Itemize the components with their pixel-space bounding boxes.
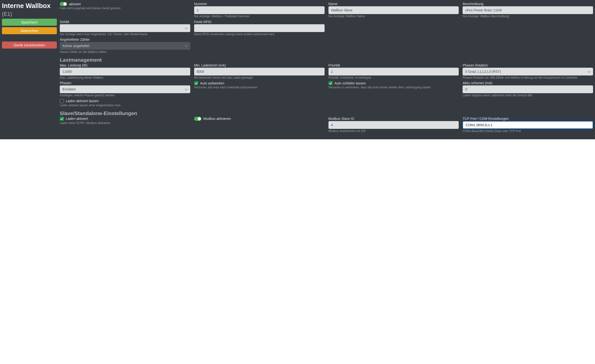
rfid-help: Diese RFID verwenden solange keine ander… <box>194 33 325 36</box>
auto-wake-label: Auto aufwecken <box>200 81 224 85</box>
maxpower-help: Max. Ladeleistung dieser Wallbox <box>60 76 190 80</box>
modbus-enable-label: Modbus aktivieren <box>203 117 231 121</box>
slaveid-label: Modbus Slave ID <box>328 117 459 121</box>
battery-help: Laden stoppen wenn Ladestrom unter die G… <box>463 94 593 98</box>
charging-enabled-help: Laden ohne OCPP / Modbus aktivieren <box>60 121 190 125</box>
tcp-com-help: COMx,Baud,Bits,Parität,Stops oder TCP Po… <box>463 129 593 133</box>
name-input[interactable] <box>328 6 459 14</box>
mincurrent-input[interactable] <box>194 68 325 75</box>
rfid-input[interactable] <box>194 24 325 32</box>
maxpower-label: Max. Leistung (W) <box>60 63 190 67</box>
tcp-com-input[interactable] <box>463 121 593 129</box>
slaveid-help: Modbus deaktivieren mit 255 <box>328 129 459 133</box>
section-load-heading: Lastmanagement <box>60 57 593 63</box>
number-input[interactable] <box>194 6 325 14</box>
description-label: Beschreibung <box>463 2 593 6</box>
slaveid-input[interactable] <box>328 121 459 129</box>
auto-sleep-label: Auto schlafen lassen <box>335 81 366 85</box>
cancel-button[interactable]: Abbrechen <box>2 27 57 34</box>
activated-label: aktiviert <box>69 2 81 6</box>
tcp-com-label: TCP Port / COM Einstellungen <box>463 117 593 121</box>
mincurrent-help: Bei kleinerem Strom wird das Laden gesto… <box>194 76 325 80</box>
page-title: Interne Wallbox (E1) <box>2 2 57 18</box>
activated-toggle[interactable] <box>60 2 67 6</box>
charging-enabled-label: Laden aktiviert <box>66 117 88 121</box>
keep-charging-checkbox[interactable] <box>60 99 64 103</box>
save-button[interactable]: Speichern <box>2 19 57 26</box>
keep-charging-label: Laden aktiviert lassen <box>66 99 99 103</box>
rfid-label: Feste RFID <box>194 20 325 24</box>
charging-enabled-checkbox[interactable] <box>60 117 64 121</box>
description-input[interactable] <box>463 6 593 14</box>
battery-input[interactable] <box>463 85 593 93</box>
reset-device-button[interactable]: Gerät zurücksetzen <box>2 41 57 49</box>
shield-label: Schild <box>60 20 190 24</box>
priority-help: Priorität: 3=höchste, 0=niedrigste <box>328 76 459 80</box>
attached-meter-select[interactable]: Keiner angeheftet <box>60 42 190 50</box>
priority-input[interactable] <box>328 68 459 75</box>
battery-label: Akku schonen (mA) <box>463 81 593 85</box>
number-help: Nur Anzeige: Wallbox- / Parkplatz-Nummer <box>194 15 325 18</box>
number-label: Nummer <box>194 2 325 6</box>
auto-sleep-help: Versuche zu verhindern, dass das Auto im… <box>328 86 459 90</box>
attached-meter-help: Diesen Zähler an die Wallbox heften <box>60 50 190 54</box>
shield-select[interactable] <box>60 24 190 32</box>
shield-help: Nur Anzeige wenn Auto eingesteckt: z.B. … <box>60 33 190 36</box>
attached-meter-label: Angehefteter Zähler <box>60 38 190 41</box>
maxpower-input[interactable] <box>60 68 190 75</box>
description-help: Nur Anzeige: Wallbox Beschreibung <box>463 15 593 18</box>
phase-rotation-label: Phasen Rotation <box>463 63 593 67</box>
phases-label: Phasen <box>60 81 190 85</box>
auto-wake-checkbox[interactable] <box>194 81 198 85</box>
keep-charging-help: Laden aktiviert lassen ohne eingesteckte… <box>60 104 190 108</box>
activated-help: Falls nicht angehakt wird dieses Gerät i… <box>60 7 190 10</box>
name-label: Name <box>328 2 459 6</box>
name-help: Nur Anzeige: Wallbox Name <box>328 15 459 18</box>
phase-rotation-help: Phasen Rotation zw. WB-Zähler und Wallbo… <box>463 76 593 80</box>
mincurrent-label: Min. Ladestrom (mA) <box>194 63 325 67</box>
phases-select[interactable]: Ermitteln <box>60 85 190 93</box>
priority-label: Priorität <box>328 63 459 67</box>
auto-sleep-checkbox[interactable] <box>328 81 333 85</box>
phases-help: Festlegen, welche Phasen genutzt werden <box>60 94 190 98</box>
auto-wake-help: Versuche, das Auto nach Inaktivität aufz… <box>194 86 325 90</box>
phase-rotation-select[interactable]: 0 Grad, L1,L2,L3 (RST) <box>463 68 593 75</box>
section-slave-heading: Slave/Standalone-Einstellungen <box>60 110 593 116</box>
modbus-enable-toggle[interactable] <box>194 117 201 121</box>
page-subtitle: (E1) <box>2 11 12 17</box>
